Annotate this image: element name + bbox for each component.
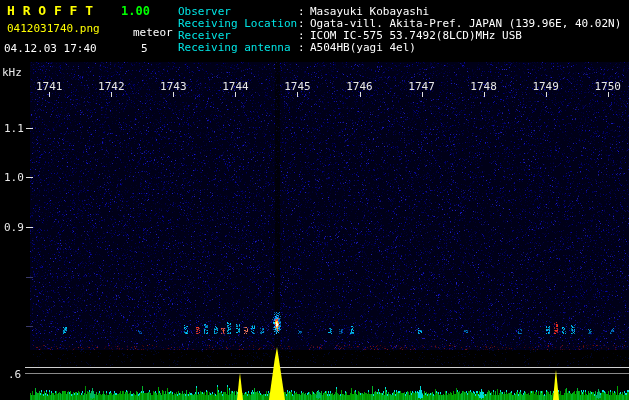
station-info: Observer : Masayuki Kobayashi Receiving … bbox=[178, 6, 621, 54]
output-filename: 0412031740.png bbox=[7, 22, 100, 35]
echo-count: 5 bbox=[141, 42, 148, 55]
time-axis: 1741 1742 1743 1744 1745 1746 1747 1748 … bbox=[36, 80, 621, 93]
info-label: Receiving antenna bbox=[178, 42, 298, 54]
mode-label: meteor bbox=[133, 26, 173, 39]
time-label: 1744 bbox=[222, 80, 249, 93]
info-row-antenna: Receiving antenna : A504HB(yagi 4el) bbox=[178, 42, 621, 54]
observation-datetime: 04.12.03 17:40 bbox=[4, 42, 97, 55]
time-label: 1746 bbox=[346, 80, 373, 93]
freq-tick-label: 0.9 bbox=[4, 221, 24, 234]
freq-unit-label: kHz bbox=[2, 66, 22, 79]
freq-tick-label: 1.0 bbox=[4, 171, 24, 184]
spectrogram-canvas bbox=[0, 0, 629, 400]
info-value: A504HB(yagi 4el) bbox=[310, 42, 416, 54]
freq-tick-label: 1.1 bbox=[4, 122, 24, 135]
time-label: 1742 bbox=[98, 80, 125, 93]
time-label: 1750 bbox=[594, 80, 621, 93]
time-label: 1749 bbox=[532, 80, 559, 93]
time-label: 1743 bbox=[160, 80, 187, 93]
app-version: 1.00 bbox=[121, 4, 150, 18]
freq-bottom-tick-label: .6 bbox=[8, 368, 21, 381]
info-colon: : bbox=[298, 42, 310, 54]
app-title: H R O F F T bbox=[7, 3, 93, 18]
time-label: 1747 bbox=[408, 80, 435, 93]
time-label: 1745 bbox=[284, 80, 311, 93]
time-label: 1748 bbox=[470, 80, 497, 93]
time-label: 1741 bbox=[36, 80, 63, 93]
hrofft-screen: H R O F F T 1.00 0412031740.png meteor 0… bbox=[0, 0, 629, 400]
